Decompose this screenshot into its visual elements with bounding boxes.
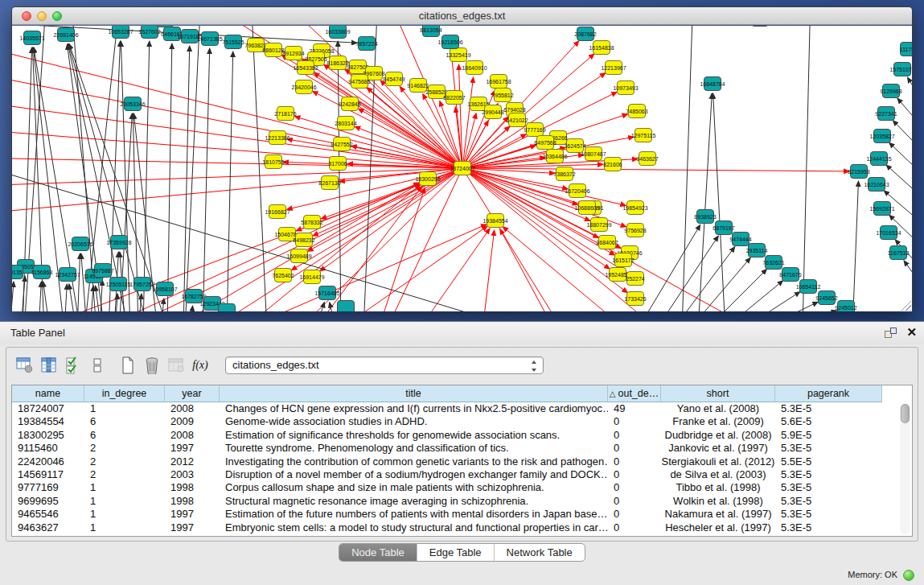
cell-pagerank[interactable]: 5.9E-5 bbox=[775, 429, 882, 442]
import-table-icon[interactable] bbox=[164, 354, 188, 377]
cell-name[interactable]: 18300295 bbox=[12, 429, 84, 442]
cell-year[interactable]: 1997 bbox=[165, 508, 220, 521]
cell-year[interactable]: 2008 bbox=[165, 402, 220, 415]
cell-title[interactable]: Embryonic stem cells: a model to study s… bbox=[220, 521, 608, 534]
cell-name[interactable]: 14569117 bbox=[12, 468, 84, 481]
cell-title[interactable]: Estimation of the future numbers of pati… bbox=[220, 508, 608, 521]
cell-in_degree[interactable]: 2 bbox=[84, 455, 165, 468]
cell-in_degree[interactable]: 6 bbox=[84, 415, 165, 428]
cell-out_degree[interactable]: 0 bbox=[608, 415, 661, 428]
table-row[interactable]: 1872400712008Changes of HCN gene express… bbox=[12, 402, 912, 415]
cell-pagerank[interactable]: 5.3E-5 bbox=[775, 521, 882, 534]
network-canvas[interactable]: 1872400779638228860128891293423226058982… bbox=[12, 26, 912, 311]
cell-year[interactable]: 1997 bbox=[165, 442, 220, 455]
cell-in_degree[interactable]: 2 bbox=[84, 468, 165, 481]
column-header-title[interactable]: title bbox=[220, 385, 608, 402]
table-row[interactable]: 946554611997Estimation of the future num… bbox=[12, 508, 912, 521]
cell-pagerank[interactable]: 5.3E-5 bbox=[775, 481, 882, 494]
cell-name[interactable]: 9777169 bbox=[12, 481, 84, 494]
rows-icon[interactable] bbox=[85, 354, 109, 377]
cell-short[interactable]: Stergiakouli et al. (2012) bbox=[661, 455, 775, 468]
cell-title[interactable]: Investigating the contribution of common… bbox=[220, 455, 608, 468]
cell-pagerank[interactable]: 5.3E-5 bbox=[775, 508, 882, 521]
table-row[interactable]: 946362711997Embryonic stem cells: a mode… bbox=[12, 521, 912, 534]
graph-node[interactable] bbox=[752, 26, 769, 27]
cell-in_degree[interactable]: 1 bbox=[84, 521, 165, 534]
cell-out_degree[interactable]: 0 bbox=[608, 508, 661, 521]
cell-title[interactable]: Disruption of a novel member of a sodium… bbox=[220, 468, 608, 481]
cell-out_degree[interactable]: 0 bbox=[608, 455, 661, 468]
function-builder-icon[interactable]: f(x) bbox=[188, 354, 212, 377]
delete-table-icon[interactable] bbox=[140, 354, 164, 377]
column-header-name[interactable]: name bbox=[12, 385, 84, 402]
memory-status-indicator[interactable] bbox=[903, 570, 914, 581]
cell-pagerank[interactable]: 5.3E-5 bbox=[775, 495, 882, 508]
tab-network-table[interactable]: Network Table bbox=[494, 544, 585, 561]
column-header-out_de[interactable]: △out_de… bbox=[608, 385, 661, 402]
show-column-icon[interactable] bbox=[37, 354, 61, 377]
cell-out_degree[interactable]: 0 bbox=[608, 495, 661, 508]
window-titlebar[interactable]: citations_edges.txt bbox=[12, 7, 912, 25]
table-row[interactable]: 2242004622012Investigating the contribut… bbox=[12, 455, 912, 468]
select-all-columns-icon[interactable] bbox=[61, 354, 85, 377]
cell-out_degree[interactable]: 0 bbox=[608, 429, 661, 442]
cell-short[interactable]: Jankovic et al. (1997) bbox=[661, 442, 775, 455]
column-header-short[interactable]: short bbox=[661, 385, 775, 402]
zoom-window-button[interactable] bbox=[52, 11, 62, 21]
column-header-pagerank[interactable]: pagerank bbox=[775, 385, 882, 402]
table-row[interactable]: 977716911998Corpus callosum shape and si… bbox=[12, 481, 912, 494]
close-panel-icon[interactable]: ✕ bbox=[906, 325, 917, 340]
cell-year[interactable]: 2003 bbox=[165, 468, 220, 481]
cell-title[interactable]: Changes of HCN gene expression and I(f) … bbox=[220, 402, 608, 415]
citation-network-graph[interactable]: 1872400779638228860128891293423226058982… bbox=[12, 26, 912, 311]
cell-out_degree[interactable]: 0 bbox=[608, 442, 661, 455]
table-selector-dropdown[interactable]: citations_edges.txt bbox=[225, 356, 544, 374]
cell-year[interactable]: 1998 bbox=[165, 495, 220, 508]
cell-year[interactable]: 1997 bbox=[165, 521, 220, 534]
tab-edge-table[interactable]: Edge Table bbox=[417, 544, 494, 561]
cell-short[interactable]: de Silva et al. (2003) bbox=[661, 468, 775, 481]
cell-out_degree[interactable]: 49 bbox=[608, 402, 661, 415]
cell-title[interactable]: Estimation of significance thresholds fo… bbox=[220, 429, 608, 442]
cell-name[interactable]: 22420046 bbox=[12, 455, 84, 468]
new-table-icon[interactable] bbox=[116, 354, 140, 377]
table-row[interactable]: 1456911722003Disruption of a novel membe… bbox=[12, 468, 912, 481]
cell-in_degree[interactable]: 1 bbox=[84, 402, 165, 415]
cell-pagerank[interactable]: 5.3E-5 bbox=[775, 402, 882, 415]
table-panel-header[interactable]: Table Panel ✕ bbox=[0, 322, 924, 344]
cell-title[interactable]: Corpus callosum shape and size in male p… bbox=[220, 481, 608, 494]
table-row[interactable]: 911546021997Tourette syndrome. Phenomeno… bbox=[12, 442, 912, 455]
cell-out_degree[interactable]: 0 bbox=[608, 481, 661, 494]
cell-pagerank[interactable]: 5.3E-5 bbox=[775, 468, 882, 481]
cell-name[interactable]: 18724007 bbox=[12, 402, 84, 415]
cell-short[interactable]: Hescheler et al. (1997) bbox=[661, 521, 775, 534]
table-row[interactable]: 1938455462009Genome-wide association stu… bbox=[12, 415, 912, 428]
cell-name[interactable]: 9463627 bbox=[12, 521, 84, 534]
cell-pagerank[interactable]: 5.3E-5 bbox=[775, 442, 882, 455]
graph-node[interactable] bbox=[219, 304, 236, 312]
cell-out_degree[interactable]: 0 bbox=[608, 468, 661, 481]
cell-year[interactable]: 2009 bbox=[165, 415, 220, 428]
table-vertical-scrollbar[interactable] bbox=[900, 403, 910, 534]
graph-node[interactable] bbox=[338, 301, 355, 312]
column-header-year[interactable]: year bbox=[165, 385, 220, 402]
cell-in_degree[interactable]: 1 bbox=[84, 481, 165, 494]
cell-short[interactable]: Tibbo et al. (1998) bbox=[661, 481, 775, 494]
table-settings-icon[interactable] bbox=[13, 354, 37, 377]
cell-name[interactable]: 9465546 bbox=[12, 508, 84, 521]
cell-title[interactable]: Genome-wide association studies in ADHD. bbox=[220, 415, 608, 428]
cell-in_degree[interactable]: 1 bbox=[84, 495, 165, 508]
close-window-button[interactable] bbox=[22, 11, 31, 21]
cell-pagerank[interactable]: 5.6E-5 bbox=[775, 415, 882, 428]
graph-node[interactable] bbox=[157, 26, 174, 27]
cell-title[interactable]: Tourette syndrome. Phenomenology and cla… bbox=[220, 442, 608, 455]
cell-year[interactable]: 1998 bbox=[165, 481, 220, 494]
cell-short[interactable]: Dudbridge et al. (2008) bbox=[661, 429, 775, 442]
float-panel-icon[interactable] bbox=[885, 328, 897, 339]
column-header-in_degree[interactable]: in_degree bbox=[84, 385, 165, 402]
cell-pagerank[interactable]: 5.5E-5 bbox=[775, 455, 882, 468]
minimize-window-button[interactable] bbox=[37, 11, 47, 21]
cell-in_degree[interactable]: 2 bbox=[84, 442, 165, 455]
cell-year[interactable]: 2008 bbox=[165, 429, 220, 442]
table-row[interactable]: 1830029562008Estimation of significance … bbox=[12, 429, 912, 442]
